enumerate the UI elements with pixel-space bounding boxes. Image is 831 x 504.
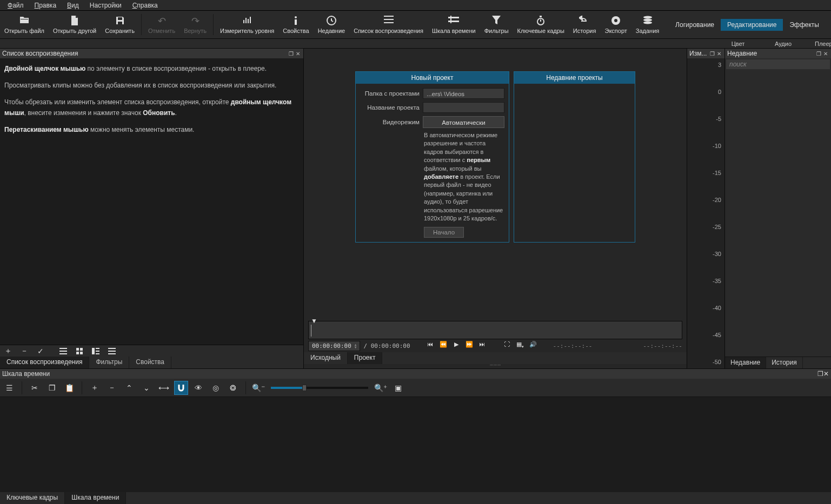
menu-icon[interactable]: ☰ bbox=[2, 381, 16, 395]
timecode-input[interactable]: 00:00:00:00 ▲▼ bbox=[308, 341, 360, 351]
panel-drag[interactable]: ┉┉┉ bbox=[304, 364, 687, 368]
detach-icon[interactable]: ❐ bbox=[710, 51, 715, 57]
undo-button[interactable]: ↶ Отменить bbox=[144, 11, 180, 38]
playlist-body: Двойной щелчок мышью по элементу в списк… bbox=[0, 58, 303, 345]
tab-timeline[interactable]: Шкала времени bbox=[65, 492, 126, 504]
close-icon[interactable]: ✕ bbox=[296, 51, 300, 57]
check-button[interactable]: ✓ bbox=[32, 345, 49, 357]
in-time: --:--:--:-- bbox=[553, 342, 593, 350]
split-icon[interactable]: ⟷ bbox=[157, 381, 171, 395]
tab-properties[interactable]: Свойства bbox=[129, 357, 171, 368]
svg-rect-23 bbox=[59, 351, 67, 352]
zoom-fit-icon[interactable]: ⛶ bbox=[502, 341, 512, 351]
menu-view[interactable]: Вид bbox=[62, 1, 84, 10]
grid-icon[interactable]: ▦▾ bbox=[515, 341, 525, 351]
playlist-button[interactable]: Список воспроизведения bbox=[349, 11, 428, 38]
play-icon[interactable]: ▶ bbox=[451, 341, 461, 351]
start-button[interactable]: Начало bbox=[424, 227, 464, 238]
svg-rect-9 bbox=[384, 16, 394, 17]
recent-title: Недавние проекты bbox=[514, 72, 635, 84]
tab-playlist[interactable]: Список воспроизведения bbox=[0, 357, 89, 368]
timeline-button[interactable]: Шкала времени bbox=[428, 11, 480, 38]
right-tabs: Недавние История bbox=[725, 357, 831, 368]
list-view-button[interactable] bbox=[55, 345, 71, 357]
audio-label[interactable]: Аудио bbox=[763, 41, 803, 47]
folder-input[interactable]: ...ers\ \Videos bbox=[423, 88, 504, 99]
remove-button[interactable]: － bbox=[16, 345, 32, 357]
tab-keyframes[interactable]: Ключевые кадры bbox=[0, 492, 65, 504]
svg-rect-2 bbox=[243, 20, 244, 23]
menu-edit[interactable]: Правка bbox=[29, 1, 62, 10]
mode-effects[interactable]: Эффекты bbox=[783, 19, 826, 31]
add-button[interactable]: ＋ bbox=[0, 345, 16, 357]
close-icon[interactable]: ✕ bbox=[823, 51, 828, 57]
scrub-icon[interactable]: 👁 bbox=[191, 381, 205, 395]
skip-end-icon[interactable]: ⏭ bbox=[477, 341, 487, 351]
keyframes-button[interactable]: Ключевые кадры bbox=[513, 11, 569, 38]
paste-icon[interactable]: 📋 bbox=[62, 381, 76, 395]
color-label[interactable]: Цвет bbox=[713, 41, 763, 47]
main-toolbar: Открыть файл Открыть другой Сохранить ↶ … bbox=[0, 11, 831, 39]
skip-start-icon[interactable]: ⏮ bbox=[426, 341, 435, 351]
export-button[interactable]: Экспорт bbox=[600, 11, 631, 38]
filters-button[interactable]: Фильтры bbox=[480, 11, 513, 38]
mode-editing[interactable]: Редактирование bbox=[721, 19, 783, 31]
zoom-out-icon[interactable]: 🔍⁻ bbox=[251, 381, 265, 395]
tab-project[interactable]: Проект bbox=[348, 352, 383, 364]
name-input[interactable] bbox=[423, 102, 504, 113]
copy-icon[interactable]: ❐ bbox=[45, 381, 59, 395]
close-icon[interactable]: ✕ bbox=[823, 370, 829, 378]
detach-icon[interactable]: ❐ bbox=[289, 51, 294, 57]
recent-panel-title: Недавние bbox=[727, 50, 815, 57]
mode-logging[interactable]: Логирование bbox=[669, 19, 721, 31]
level-meter-button[interactable]: Измеритель уровня bbox=[216, 11, 278, 38]
new-project-card: Новый проект Папка с проектами ...ers\ \… bbox=[355, 71, 509, 243]
volume-icon[interactable]: 🔊 bbox=[528, 341, 538, 351]
properties-button[interactable]: Свойства bbox=[278, 11, 313, 38]
jobs-button[interactable]: Задания bbox=[631, 11, 663, 38]
svg-rect-35 bbox=[108, 353, 116, 354]
prev-frame-icon[interactable]: ⏪ bbox=[438, 341, 448, 351]
zoom-in-icon[interactable]: 🔍⁺ bbox=[374, 381, 388, 395]
recent-button[interactable]: Недавние bbox=[314, 11, 350, 38]
timeline-body[interactable] bbox=[0, 397, 831, 492]
detail-view-button[interactable] bbox=[88, 345, 104, 357]
scrubber[interactable]: ▼ bbox=[308, 321, 682, 339]
ripple-all-icon[interactable]: ❂ bbox=[226, 381, 240, 395]
player-label[interactable]: Плеер bbox=[803, 41, 831, 47]
overwrite-icon[interactable]: ⌄ bbox=[139, 381, 154, 395]
history-button[interactable]: История bbox=[569, 11, 601, 38]
menu-settings[interactable]: Настройки bbox=[84, 1, 127, 10]
mode-tabs: Логирование Редактирование Эффекты bbox=[669, 11, 831, 38]
tab-history[interactable]: История bbox=[766, 357, 803, 368]
zoom-slider[interactable] bbox=[271, 387, 368, 389]
snap-icon[interactable] bbox=[174, 381, 188, 395]
next-frame-icon[interactable]: ⏩ bbox=[464, 341, 474, 351]
save-button[interactable]: Сохранить bbox=[101, 11, 139, 38]
tab-source[interactable]: Исходный bbox=[304, 352, 348, 364]
remove-icon[interactable]: － bbox=[105, 381, 119, 395]
lift-icon[interactable]: ⌃ bbox=[122, 381, 136, 395]
menu-view-button[interactable] bbox=[104, 345, 120, 357]
detach-icon[interactable]: ❐ bbox=[817, 370, 823, 378]
zoom-fit-icon[interactable]: ▣ bbox=[391, 381, 405, 395]
menu-file[interactable]: ФФайлайл bbox=[2, 1, 29, 10]
player-body: Новый проект Папка с проектами ...ers\ \… bbox=[304, 49, 687, 339]
svg-rect-33 bbox=[108, 348, 116, 349]
open-file-button[interactable]: Открыть файл bbox=[0, 11, 49, 38]
tab-filters[interactable]: Фильтры bbox=[89, 357, 129, 368]
append-icon[interactable]: ＋ bbox=[88, 381, 102, 395]
menu-help[interactable]: Справка bbox=[127, 1, 163, 10]
close-icon[interactable]: ✕ bbox=[717, 51, 721, 57]
detach-icon[interactable]: ❐ bbox=[816, 51, 821, 57]
tab-recent[interactable]: Недавние bbox=[725, 357, 766, 368]
ripple-icon[interactable]: ◎ bbox=[209, 381, 223, 395]
open-other-button[interactable]: Открыть другой bbox=[49, 11, 101, 38]
search-input[interactable]: поиск bbox=[726, 59, 830, 69]
redo-button[interactable]: ↷ Вернуть bbox=[180, 11, 211, 38]
mode-select[interactable]: Автоматически bbox=[423, 116, 504, 128]
bottom-tabs: Ключевые кадры Шкала времени bbox=[0, 492, 831, 504]
cut-icon[interactable]: ✂ bbox=[28, 381, 42, 395]
svg-point-18 bbox=[614, 19, 617, 22]
grid-view-button[interactable] bbox=[71, 345, 88, 357]
